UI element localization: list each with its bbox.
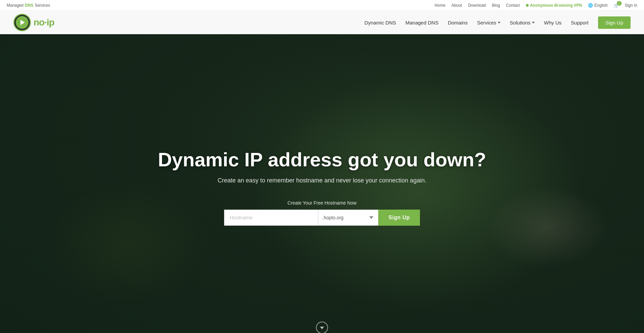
hero-form: .hopto.org .ddns.net .zapto.org Sign Up: [224, 210, 420, 226]
hero-signup-button[interactable]: Sign Up: [378, 210, 420, 226]
logo-circle: [13, 14, 31, 31]
nav-signup-button[interactable]: Sign Up: [598, 16, 631, 29]
topbar-left: Managed DNS Services: [7, 3, 50, 8]
vpn-status-dot: [526, 4, 529, 7]
hero-subtitle: Create an easy to remember hostname and …: [158, 177, 486, 184]
nav-managed-dns[interactable]: Managed DNS: [406, 20, 438, 25]
nav-links: Dynamic DNS Managed DNS Domains Services…: [365, 16, 631, 29]
about-link[interactable]: About: [451, 3, 462, 8]
vpn-link[interactable]: Anonymous Browsing VPN: [526, 3, 582, 8]
solutions-chevron-down-icon: [532, 22, 535, 23]
topbar: Managed DNS Services Home About Download…: [0, 0, 644, 11]
topbar-dns-link[interactable]: DNS: [25, 3, 33, 8]
contact-link[interactable]: Contact: [506, 3, 520, 8]
scroll-chevron-down-icon: [320, 327, 324, 329]
hero-title: Dynamic IP address got you down?: [158, 149, 486, 170]
nav-services[interactable]: Services: [477, 20, 496, 25]
language-label: English: [594, 3, 607, 8]
nav-why-us[interactable]: Why Us: [544, 20, 562, 25]
signin-link[interactable]: Sign In: [625, 3, 637, 8]
cart-badge: 1: [617, 1, 622, 6]
logo-text-noip: no·ip: [34, 17, 54, 27]
nav-dynamic-dns[interactable]: Dynamic DNS: [365, 20, 396, 25]
logo-text: no·ip: [34, 17, 54, 28]
nav-solutions[interactable]: Solutions: [510, 20, 531, 25]
language-selector[interactable]: 🌐 English: [588, 3, 607, 8]
globe-icon: 🌐: [588, 3, 593, 8]
nav-services-dropdown[interactable]: Services: [477, 20, 500, 25]
services-chevron-down-icon: [498, 22, 500, 23]
hero-section: Dynamic IP address got you down? Create …: [0, 11, 644, 333]
cart-icon-wrap[interactable]: 🛒 1: [614, 3, 619, 8]
download-link[interactable]: Download: [468, 3, 486, 8]
topbar-services-label: Services: [35, 3, 50, 8]
hero-form-label: Create Your Free Hostname Now: [224, 200, 420, 206]
logo-play-icon: [20, 20, 25, 25]
domain-select[interactable]: .hopto.org .ddns.net .zapto.org: [318, 210, 378, 226]
topbar-managed-label: Managed: [7, 3, 23, 8]
nav-support[interactable]: Support: [571, 20, 589, 25]
hostname-input[interactable]: [224, 210, 318, 226]
hero-content: Dynamic IP address got you down? Create …: [158, 149, 486, 200]
home-link[interactable]: Home: [435, 3, 445, 8]
main-nav: no·ip Dynamic DNS Managed DNS Domains Se…: [0, 11, 644, 34]
nav-domains[interactable]: Domains: [448, 20, 468, 25]
scroll-down-indicator[interactable]: [316, 322, 328, 333]
topbar-right: Home About Download Blog Contact Anonymo…: [435, 3, 637, 8]
hero-form-section: Create Your Free Hostname Now .hopto.org…: [224, 200, 420, 226]
nav-solutions-dropdown[interactable]: Solutions: [510, 20, 535, 25]
blog-link[interactable]: Blog: [492, 3, 500, 8]
logo[interactable]: no·ip: [13, 14, 54, 31]
logo-inner-circle: [16, 16, 29, 29]
